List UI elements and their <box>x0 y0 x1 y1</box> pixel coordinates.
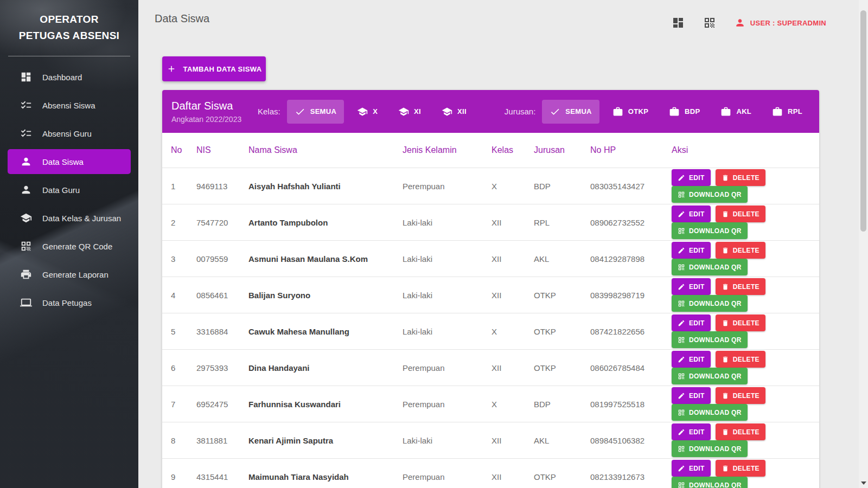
jurusan-filter-chip[interactable]: OTKP <box>605 100 656 124</box>
sidebar-item[interactable]: Data Siswa <box>8 149 131 174</box>
app-title: OPERATOR PETUGAS ABSENSI <box>0 0 138 44</box>
sidebar-nav: Dashboard Absensi Siswa Absensi Guru Dat… <box>0 65 138 315</box>
download-qr-button[interactable]: DOWNLOAD QR <box>672 222 748 239</box>
card-subtitle: Angkatan 2022/2023 <box>171 115 258 124</box>
download-qr-button[interactable]: DOWNLOAD QR <box>672 295 748 312</box>
download-qr-button[interactable]: DOWNLOAD QR <box>672 368 748 384</box>
dashboard-icon[interactable] <box>672 16 685 29</box>
download-qr-button[interactable]: DOWNLOAD QR <box>672 404 748 421</box>
trash-icon <box>722 319 729 327</box>
sidebar-item-label: Data Guru <box>42 185 80 195</box>
edit-button[interactable]: EDIT <box>672 169 711 186</box>
cell-jurusan: OTKP <box>534 363 590 373</box>
table-body: 1 9469113 Aisyah Hafshah Yulianti Peremp… <box>162 168 819 488</box>
chip-label: X <box>373 107 378 115</box>
trash-icon <box>722 356 729 363</box>
qr-code-icon <box>678 481 685 488</box>
edit-button[interactable]: EDIT <box>672 460 711 477</box>
qr-code-icon <box>678 373 685 380</box>
download-qr-button[interactable]: DOWNLOAD QR <box>672 331 748 348</box>
app-title-line2: PETUGAS ABSENSI <box>7 28 132 44</box>
sidebar-item[interactable]: Data Petugas <box>8 290 131 315</box>
jurusan-filter-chip[interactable]: RPL <box>764 100 810 124</box>
column-header: Nama Siswa <box>248 145 403 155</box>
kelas-filter-chip[interactable]: XII <box>434 100 474 124</box>
check-icon <box>550 106 560 117</box>
delete-button[interactable]: DELETE <box>716 351 765 368</box>
delete-button[interactable]: DELETE <box>716 423 765 440</box>
cell-no-hp: 087421822656 <box>590 327 672 336</box>
download-qr-button[interactable]: DOWNLOAD QR <box>672 477 748 488</box>
delete-button[interactable]: DELETE <box>716 206 765 222</box>
cell-no: 1 <box>171 182 196 191</box>
cell-jenis-kelamin: Laki-laki <box>403 254 492 264</box>
user-menu[interactable]: USER : SUPERADMIN <box>735 17 826 28</box>
sidebar-item[interactable]: Data Guru <box>8 177 131 202</box>
download-qr-button[interactable]: DOWNLOAD QR <box>672 440 748 457</box>
cell-jurusan: OTKP <box>534 327 590 336</box>
cell-kelas: X <box>492 327 534 336</box>
cell-no: 9 <box>171 472 196 481</box>
trash-icon <box>722 210 729 218</box>
trash-icon <box>722 174 729 182</box>
sidebar-item[interactable]: Generate Laporan <box>8 262 131 287</box>
scroll-down-arrow-icon[interactable] <box>861 481 866 485</box>
table-row: 1 9469113 Aisyah Hafshah Yulianti Peremp… <box>162 168 819 204</box>
sidebar-item[interactable]: Absensi Guru <box>8 121 131 146</box>
delete-button[interactable]: DELETE <box>716 387 765 404</box>
trash-icon <box>722 428 729 436</box>
table-header-row: No NIS Nama Siswa Jenis Kelamin Kelas Ju… <box>162 133 819 168</box>
cell-nis: 0079559 <box>196 254 248 264</box>
edit-button[interactable]: EDIT <box>672 423 711 440</box>
qr-code-icon[interactable] <box>703 16 716 29</box>
scrollbar-track[interactable] <box>859 0 868 488</box>
sidebar-item[interactable]: Generate QR Code <box>8 234 131 259</box>
edit-button[interactable]: EDIT <box>672 206 711 222</box>
edit-button[interactable]: EDIT <box>672 242 711 259</box>
delete-button[interactable]: DELETE <box>716 460 765 477</box>
kelas-filter-label: Kelas: <box>258 107 280 116</box>
trash-icon <box>722 283 729 291</box>
cell-no-hp: 083035143427 <box>590 182 672 191</box>
delete-button[interactable]: DELETE <box>716 314 765 331</box>
cell-aksi: EDIT DELETE DOWNLOAD QR <box>672 242 819 275</box>
cell-nis: 3811881 <box>196 436 248 445</box>
printer-icon <box>20 268 32 280</box>
edit-button[interactable]: EDIT <box>672 387 711 404</box>
edit-button[interactable]: EDIT <box>672 278 711 295</box>
sidebar-item[interactable]: Dashboard <box>8 65 131 89</box>
cell-jurusan: BDP <box>534 400 590 409</box>
jurusan-filter-chip[interactable]: AKL <box>713 100 759 124</box>
sidebar-item[interactable]: Data Kelas & Jurusan <box>8 206 131 230</box>
jurusan-filter-chip[interactable]: BDP <box>661 100 707 124</box>
kelas-filter-chip[interactable]: X <box>349 100 385 124</box>
cell-jenis-kelamin: Perempuan <box>403 182 492 191</box>
delete-button[interactable]: DELETE <box>716 278 765 295</box>
delete-button[interactable]: DELETE <box>716 242 765 259</box>
delete-button[interactable]: DELETE <box>716 169 765 186</box>
pencil-icon <box>678 247 685 254</box>
jurusan-filter-chip[interactable]: SEMUA <box>542 100 599 124</box>
filter-bar: Daftar Siswa Angkatan 2022/2023 Kelas: S… <box>162 90 819 133</box>
download-qr-button[interactable]: DOWNLOAD QR <box>672 259 748 275</box>
briefcase-icon <box>720 106 731 117</box>
kelas-filter-chip[interactable]: SEMUA <box>287 100 344 124</box>
app-title-line1: OPERATOR <box>7 11 132 28</box>
edit-button[interactable]: EDIT <box>672 314 711 331</box>
kelas-filter-group: SEMUA X XI XII <box>287 100 474 124</box>
chip-label: SEMUA <box>310 107 336 115</box>
edit-button[interactable]: EDIT <box>672 351 711 368</box>
tambah-data-siswa-button[interactable]: TAMBAH DATA SISWA <box>162 56 266 81</box>
pencil-icon <box>678 283 685 291</box>
kelas-filter-chip[interactable]: XI <box>391 100 429 124</box>
sidebar-item[interactable]: Absensi Siswa <box>8 93 131 118</box>
cell-no: 3 <box>171 254 196 264</box>
scrollbar-thumb[interactable] <box>860 10 866 232</box>
cell-no-hp: 083998298719 <box>590 291 672 300</box>
qr-code-icon <box>678 300 685 307</box>
qr-code-icon <box>678 191 685 198</box>
column-header: Kelas <box>492 145 534 155</box>
pencil-icon <box>678 392 685 400</box>
download-qr-button[interactable]: DOWNLOAD QR <box>672 186 748 203</box>
cell-no-hp: 089062732552 <box>590 218 672 227</box>
